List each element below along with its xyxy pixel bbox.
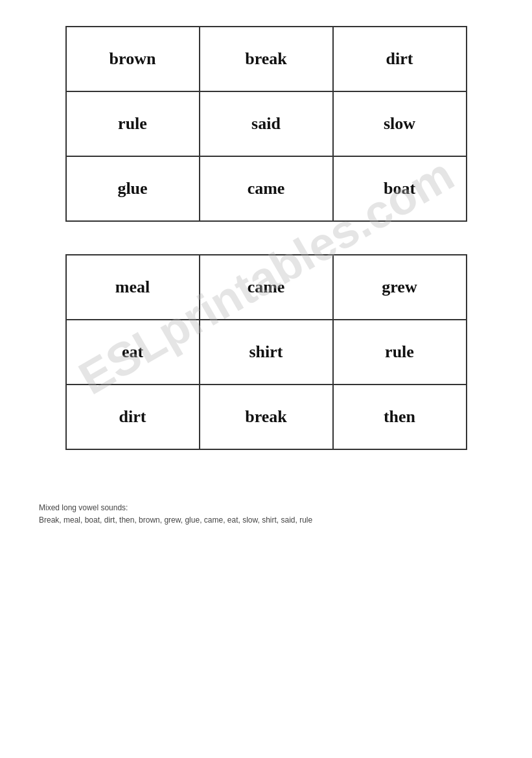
table-row: glue came boat <box>66 156 467 221</box>
table-row: meal came grew <box>66 255 467 320</box>
cell-5-1: eat <box>66 320 200 385</box>
table-row: dirt break then <box>66 385 467 449</box>
word-grid-2: meal came grew eat shirt rule dirt break… <box>65 254 467 450</box>
footer-words: Break, meal, boat, dirt, then, brown, gr… <box>39 514 312 527</box>
footer-section: Mixed long vowel sounds: Break, meal, bo… <box>39 502 312 527</box>
cell-5-2: shirt <box>200 320 333 385</box>
cell-1-3: dirt <box>333 27 467 91</box>
grids-wrapper: ESLprintables.com brown break dirt rule … <box>39 26 493 527</box>
footer-label: Mixed long vowel sounds: <box>39 502 312 514</box>
cell-2-2: said <box>200 91 333 156</box>
table-row: eat shirt rule <box>66 320 467 385</box>
cell-6-1: dirt <box>66 385 200 449</box>
cell-2-1: rule <box>66 91 200 156</box>
cell-1-1: brown <box>66 27 200 91</box>
cell-6-2: break <box>200 385 333 449</box>
cell-4-1: meal <box>66 255 200 320</box>
page-container: ESLprintables.com brown break dirt rule … <box>39 26 493 527</box>
word-grid-1: brown break dirt rule said slow glue cam… <box>65 26 467 222</box>
table-row: brown break dirt <box>66 27 467 91</box>
cell-5-3: rule <box>333 320 467 385</box>
cell-6-3: then <box>333 385 467 449</box>
cell-3-3: boat <box>333 156 467 221</box>
cell-1-2: break <box>200 27 333 91</box>
cell-3-2: came <box>200 156 333 221</box>
cell-3-1: glue <box>66 156 200 221</box>
cell-2-3: slow <box>333 91 467 156</box>
cell-4-3: grew <box>333 255 467 320</box>
cell-4-2: came <box>200 255 333 320</box>
table-row: rule said slow <box>66 91 467 156</box>
